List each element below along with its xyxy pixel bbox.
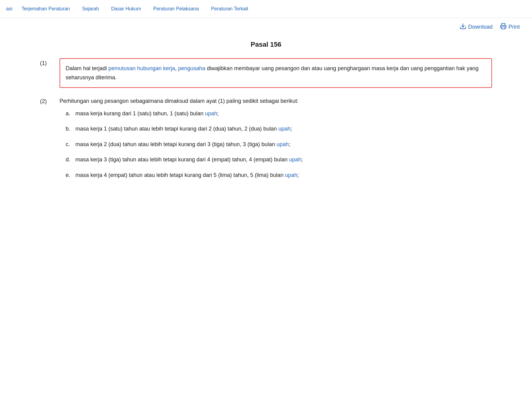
article1-text-before: Dalam hal terjadi: [66, 65, 108, 71]
sub-item-text-e: masa kerja 4 (empat) tahun atau lebih te…: [75, 171, 299, 180]
sub-item-label-b: b.: [66, 124, 72, 134]
sub-item-a-upah[interactable]: upah: [205, 110, 217, 117]
sub-item-a-after: ;: [217, 110, 219, 117]
sub-item-c-after: ;: [289, 141, 290, 147]
article1-link-pengusaha[interactable]: pengusaha: [178, 65, 205, 71]
sub-item-c-upah[interactable]: upah: [276, 141, 289, 147]
article-text-1: Dalam hal terjadi pemutusan hubungan ker…: [60, 58, 492, 88]
pasal-title: Pasal 156: [40, 39, 492, 50]
sub-item-b: b. masa kerja 1 (satu) tahun atau lebih …: [60, 124, 492, 134]
sub-item-text-b: masa kerja 1 (satu) tahun atau lebih tet…: [75, 124, 292, 134]
sub-items-list: a. masa kerja kurang dari 1 (satu) tahun…: [60, 109, 492, 180]
sub-item-label-e: e.: [66, 171, 72, 180]
article-number-1: (1): [40, 58, 52, 88]
sub-item-e-after: ;: [297, 172, 299, 178]
sub-item-text-a: masa kerja kurang dari 1 (satu) tahun, 1…: [75, 109, 219, 118]
article1-text-between: ,: [175, 65, 178, 71]
sub-item-b-upah[interactable]: upah: [278, 126, 290, 132]
sub-item-d: d. masa kerja 3 (tiga) tahun atau lebih …: [60, 155, 492, 164]
action-bar: Download Print: [0, 18, 532, 36]
nav-item-dasar-hukum[interactable]: Dasar Hukum: [105, 0, 147, 18]
article-text-2: Perhitungan uang pesangon sebagaimana di…: [60, 96, 492, 180]
navigation-bar: asi Terjemahan Peraturan Sejarah Dasar H…: [0, 0, 532, 18]
sub-item-d-before: masa kerja 3 (tiga) tahun atau lebih tet…: [75, 156, 289, 163]
download-icon: [460, 23, 466, 31]
download-button[interactable]: Download: [460, 23, 493, 31]
article1-link-pemutusan[interactable]: pemutusan hubungan kerja: [108, 65, 175, 71]
sub-item-b-before: masa kerja 1 (satu) tahun atau lebih tet…: [75, 126, 278, 132]
sub-item-label-a: a.: [66, 109, 72, 118]
article2-intro: Perhitungan uang pesangon sebagaimana di…: [60, 98, 299, 104]
nav-item-peraturan-terkait[interactable]: Peraturan Terkait: [205, 0, 254, 18]
sub-item-d-upah[interactable]: upah: [289, 156, 301, 163]
sub-item-text-c: masa kerja 2 (dua) tahun atau lebih teta…: [75, 140, 290, 149]
nav-item-peraturan-pelaksana[interactable]: Peraturan Pelaksana: [147, 0, 205, 18]
article-number-2: (2): [40, 96, 52, 180]
svg-rect-1: [501, 27, 505, 29]
sub-item-label-d: d.: [66, 155, 72, 164]
print-icon: [500, 23, 507, 31]
nav-item-sejarah[interactable]: Sejarah: [76, 0, 105, 18]
article-section-1: (1) Dalam hal terjadi pemutusan hubungan…: [40, 58, 492, 88]
article-section-2: (2) Perhitungan uang pesangon sebagaiman…: [40, 96, 492, 180]
sub-item-c: c. masa kerja 2 (dua) tahun atau lebih t…: [60, 140, 492, 149]
print-button[interactable]: Print: [500, 23, 520, 31]
sub-item-d-after: ;: [301, 156, 303, 163]
sub-item-text-d: masa kerja 3 (tiga) tahun atau lebih tet…: [75, 155, 303, 164]
sub-item-e-upah[interactable]: upah: [285, 172, 297, 178]
sub-item-c-before: masa kerja 2 (dua) tahun atau lebih teta…: [75, 141, 276, 147]
print-label: Print: [508, 24, 520, 30]
sub-item-b-after: ;: [290, 126, 292, 132]
sub-item-label-c: c.: [66, 140, 72, 149]
main-content: Pasal 156 (1) Dalam hal terjadi pemutusa…: [22, 36, 510, 201]
sub-item-e-before: masa kerja 4 (empat) tahun atau lebih te…: [75, 172, 285, 178]
nav-item-asi[interactable]: asi: [6, 0, 15, 18]
nav-item-terjemahan[interactable]: Terjemahan Peraturan: [15, 0, 76, 18]
sub-item-a-before: masa kerja kurang dari 1 (satu) tahun, 1…: [75, 110, 205, 117]
sub-item-a: a. masa kerja kurang dari 1 (satu) tahun…: [60, 109, 492, 118]
download-label: Download: [468, 24, 493, 30]
sub-item-e: e. masa kerja 4 (empat) tahun atau lebih…: [60, 171, 492, 180]
